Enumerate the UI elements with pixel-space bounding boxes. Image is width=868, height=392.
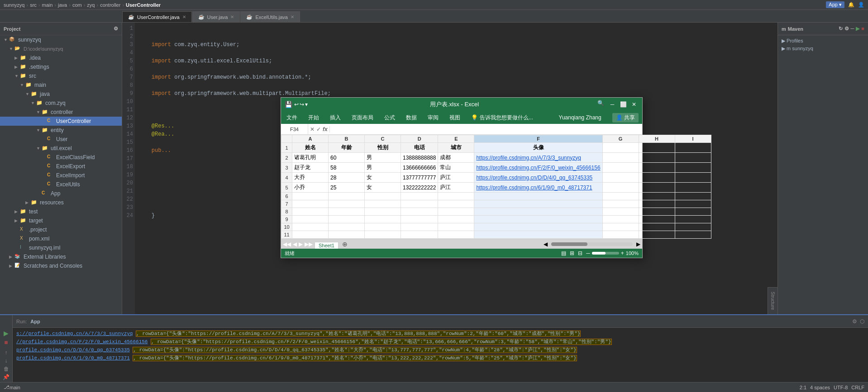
sidebar-item-src[interactable]: ▼ src	[0, 71, 122, 80]
cell-H4[interactable]	[639, 173, 675, 183]
cell-C3[interactable]: 男	[365, 163, 401, 173]
cell-C2[interactable]: 男	[365, 153, 401, 163]
console-link-1[interactable]: s://profile.csdnimg.cn/A/7/3/3_sunnyzyq	[16, 331, 133, 336]
cell-I5[interactable]	[675, 183, 711, 193]
sheet-nav-prev[interactable]: ◀	[293, 241, 297, 247]
sidebar-item-test[interactable]: ▶ test	[0, 207, 122, 216]
cell-D1[interactable]: 电话	[401, 143, 438, 153]
stop-button[interactable]: ■	[4, 339, 8, 346]
excel-menu-data[interactable]: 数据	[404, 113, 419, 123]
zoom-out-button[interactable]: ─	[586, 250, 590, 256]
tab-user[interactable]: ☕ User.java ✕	[192, 11, 240, 22]
encoding-indicator[interactable]: UTF-8	[834, 385, 848, 390]
breadcrumb-main[interactable]: main	[42, 2, 53, 8]
breadcrumb-zyq[interactable]: zyq	[87, 2, 95, 8]
breadcrumb-project[interactable]: sunnyzyq	[4, 2, 24, 8]
sidebar-item-excelimport[interactable]: C ExcelImport	[0, 171, 122, 180]
sidebar-item-excelclassfield[interactable]: C ExcelClassField	[0, 153, 122, 162]
excel-menu-file[interactable]: 文件	[285, 113, 299, 123]
col-header-H[interactable]: H	[639, 135, 675, 143]
col-header-D[interactable]: D	[401, 135, 438, 143]
formula-input[interactable]	[330, 126, 642, 132]
git-branch-label[interactable]: main	[10, 385, 20, 390]
col-header-C[interactable]: C	[365, 135, 401, 143]
cell-E1[interactable]: 城市	[438, 143, 474, 153]
sidebar-item-user[interactable]: C User	[0, 135, 122, 144]
fx-icon[interactable]: fx	[323, 126, 328, 132]
cell-C4[interactable]: 女	[365, 173, 401, 183]
cancel-formula-icon[interactable]: ✕	[310, 126, 315, 132]
app-switcher[interactable]: App ▾	[826, 1, 844, 8]
user-avatar-icon[interactable]: 👤	[858, 2, 864, 8]
breadcrumb-src[interactable]: src	[30, 2, 37, 8]
sidebar-item-controller[interactable]: ▼ controller	[0, 108, 122, 117]
cell-E2[interactable]: 成都	[438, 153, 474, 163]
maven-refresh-icon[interactable]: ↻	[839, 26, 843, 32]
cell-C1[interactable]: 性别	[365, 143, 401, 153]
sidebar-item-comzyq[interactable]: ▼ com.zyq	[0, 99, 122, 108]
cell-E5[interactable]: 庐江	[438, 183, 474, 193]
scroll-right-icon[interactable]: ▶	[636, 241, 640, 247]
excel-menu-pagelayout[interactable]: 页面布局	[350, 113, 375, 123]
excel-menu-review[interactable]: 审阅	[426, 113, 440, 123]
row-num-4[interactable]: 4	[281, 173, 292, 183]
excel-save-icon[interactable]: 💾	[285, 101, 292, 108]
sidebar-item-entity[interactable]: ▼ entity	[0, 126, 122, 135]
console-link-4[interactable]: profile.csdnimg.cn/6/1/9/0_m0_48717371	[16, 355, 130, 361]
console-link-2[interactable]: //profile.csdnimg.cn/F/2/F/0_weixin_4566…	[16, 339, 148, 345]
excel-menu-search[interactable]: 💡 告诉我您想要做什么...	[469, 113, 535, 123]
cell-D3[interactable]: 13666666666	[401, 163, 438, 173]
tab-excelutils[interactable]: ☕ ExcelUtils.java ✕	[240, 11, 300, 22]
structure-tab[interactable]: Structure	[768, 287, 777, 314]
maven-collapse-icon[interactable]: ─	[851, 26, 854, 32]
sheet-nav-next[interactable]: ▶	[299, 241, 303, 247]
breadcrumb-controller[interactable]: controller	[100, 2, 120, 8]
sidebar-item-resources[interactable]: ▶ resources	[0, 198, 122, 207]
breadcrumb-java[interactable]: java	[58, 2, 67, 8]
cell-E3[interactable]: 常山	[438, 163, 474, 173]
cell-F6[interactable]	[474, 193, 602, 200]
excel-redo-icon[interactable]: ↪	[300, 101, 304, 108]
sidebar-item-main[interactable]: ▼ main	[0, 80, 122, 90]
col-header-I[interactable]: I	[675, 135, 711, 143]
sidebar-item-usercontroller[interactable]: C UserController	[0, 117, 122, 126]
sheet-nav-left[interactable]: ◀◀	[283, 241, 291, 247]
cell-G3[interactable]	[602, 163, 639, 173]
sidebar-item-dotproject[interactable]: X .project	[0, 225, 122, 234]
notifications-icon[interactable]: 🔔	[848, 2, 854, 8]
cell-B4[interactable]: 28	[329, 173, 365, 183]
excel-undo-icon[interactable]: ↩	[294, 101, 299, 108]
sidebar-item-scratches[interactable]: ▶ 📝 Scratches and Consoles	[0, 261, 122, 270]
sidebar-item-external-libs[interactable]: ▶ 📚 External Libraries	[0, 252, 122, 261]
sidebar-item-sunnyzyq[interactable]: ▼ 📦 sunnyzyq	[0, 35, 122, 44]
row-num-1[interactable]: 1	[281, 143, 292, 153]
sidebar-item-utilexcel[interactable]: ▼ util.excel	[0, 144, 122, 153]
excel-customize-icon[interactable]: ▾	[305, 101, 308, 108]
scroll-up-button[interactable]: ↑	[5, 349, 8, 356]
console-link-3[interactable]: profile.csdnimg.cn/D/D/4/0_qq_63745335	[16, 347, 130, 353]
excel-menu-insert[interactable]: 插入	[328, 113, 343, 123]
cell-D4[interactable]: 13777777777	[401, 173, 438, 183]
normal-view-icon[interactable]: ▤	[561, 250, 566, 256]
sidebar-item-path[interactable]: ▼ 📂 D:\code\sunnyzyq	[0, 44, 122, 53]
line-ending-indicator[interactable]: CRLF	[851, 385, 864, 390]
cell-B5[interactable]: 25	[329, 183, 365, 193]
tab-usercontroller-close[interactable]: ✕	[182, 14, 186, 19]
cell-H2[interactable]	[639, 153, 675, 163]
cell-I2[interactable]	[675, 153, 711, 163]
row-num-5[interactable]: 5	[281, 183, 292, 193]
cell-G1[interactable]	[602, 143, 639, 153]
excel-search-icon[interactable]: 🔍	[597, 100, 604, 109]
sidebar-settings-icon[interactable]: ⚙	[114, 26, 118, 32]
row-num-8[interactable]: 8	[281, 208, 292, 216]
sidebar-item-excelutils[interactable]: C ExcelUtils	[0, 180, 122, 189]
page-break-icon[interactable]: ⊟	[578, 250, 582, 256]
row-num-7[interactable]: 7	[281, 200, 292, 208]
clear-console-button[interactable]: 🗑	[4, 366, 9, 372]
page-layout-icon[interactable]: ⊞	[570, 250, 574, 256]
excel-restore-button[interactable]: ⬜	[619, 100, 628, 109]
cell-A4[interactable]: 大乔	[292, 173, 329, 183]
cell-C5[interactable]: 女	[365, 183, 401, 193]
run-button[interactable]: ▶	[4, 330, 9, 337]
cell-F5[interactable]: https://profile.csdnimg.cn/6/1/9/0_m0_48…	[474, 183, 602, 193]
